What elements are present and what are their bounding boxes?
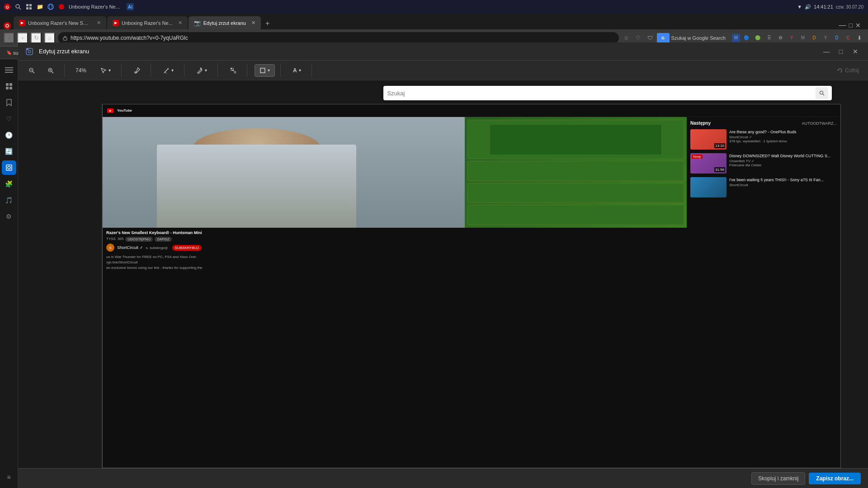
ss-search-submit[interactable]: [816, 87, 828, 99]
ss-minimize-btn[interactable]: —: [821, 46, 832, 57]
sidebar-history[interactable]: 🕐: [2, 128, 16, 142]
ss-inner-next-header: Następny AUTOODTWARZ...: [690, 121, 837, 126]
svg-rect-18: [9, 87, 12, 89]
sidebar-music[interactable]: 🎵: [2, 193, 16, 207]
svg-line-39: [233, 70, 234, 71]
brush-tool[interactable]: ▾: [158, 64, 179, 77]
svg-rect-36: [231, 70, 232, 71]
window-maximize[interactable]: □: [849, 22, 853, 29]
ext-icon-3[interactable]: 🟢: [753, 33, 763, 43]
extensions-grid[interactable]: ⠿: [764, 33, 774, 43]
address-bar[interactable]: https://www.youtube.com/watch?v=0-7yqUaR…: [58, 32, 619, 44]
ss-next-details-1: Are these any good? - OnePlus Buds Short…: [729, 129, 797, 150]
tab-screenshot[interactable]: 📷 Edytuj zrzut ekranu ✕: [189, 16, 261, 29]
ss-search-field[interactable]: [387, 90, 813, 97]
shield-icon[interactable]: 🛡: [645, 33, 655, 43]
ss-inner-save[interactable]: ZAPISZ: [155, 237, 172, 242]
dropper-tool[interactable]: [129, 64, 145, 77]
undo-button[interactable]: Cofnij: [833, 66, 863, 75]
ss-next-item-2[interactable]: 31:56 Nowy Disney DOWNSIZED? Walt Disney…: [690, 153, 837, 174]
ss-next-thumb-2: 31:56 Nowy: [690, 153, 726, 174]
browser-taskbar-icon[interactable]: [47, 3, 54, 10]
file-manager-icon[interactable]: 📁: [36, 3, 43, 10]
sidebar-screenshot[interactable]: [2, 160, 16, 175]
tab-close-1[interactable]: ✕: [97, 20, 101, 26]
ss-inner-share[interactable]: UDOSTĘPNIJ: [125, 237, 153, 242]
ext-icon-6[interactable]: M: [798, 33, 808, 43]
tab-favicon-1: ▶: [19, 20, 25, 26]
ss-maximize-btn[interactable]: □: [835, 46, 846, 57]
save-image-button[interactable]: Zapisz obraz...: [809, 473, 861, 484]
ext-icon-4[interactable]: ⚙: [775, 33, 785, 43]
svg-point-9: [49, 4, 52, 9]
sidebar-settings[interactable]: ⚙: [2, 209, 16, 224]
ss-window-controls: — □ ✕: [821, 46, 861, 57]
opera-tab-icon[interactable]: [58, 3, 65, 10]
svg-rect-16: [9, 83, 12, 86]
ss-inner-autoplay: AUTOODTWARZ...: [802, 121, 837, 126]
pen-tool[interactable]: ▾: [192, 64, 212, 77]
text-tool[interactable]: A ▾: [288, 64, 306, 77]
url-text: https://www.youtube.com/watch?v=0-7yqUaR…: [71, 35, 614, 41]
extensions-icon[interactable]: M: [732, 34, 740, 42]
download-icon[interactable]: ⬇: [854, 33, 864, 43]
search-text: Szukaj w Google Search: [671, 35, 726, 41]
sidebar-menu[interactable]: [2, 63, 16, 77]
taskbar-minimize[interactable]: ▼: [797, 4, 802, 9]
ext-icon-5[interactable]: Y: [787, 33, 797, 43]
ss-inner-subscribe[interactable]: SUBSKRYBUJ: [172, 245, 202, 251]
opera-taskbar-icon[interactable]: O: [4, 3, 11, 10]
tab-youtube-label[interactable]: Unboxing Razer's New Sm...: [69, 4, 123, 9]
window-close[interactable]: ✕: [855, 22, 861, 29]
sidebar-bookmarks[interactable]: [2, 95, 16, 110]
volume-icon[interactable]: 🔊: [805, 4, 811, 10]
tab-youtube-1[interactable]: ▶ Unboxing Razer's New Sm... ✕: [14, 16, 106, 29]
sidebar-extensions[interactable]: 🧩: [2, 177, 16, 191]
tab-close-3[interactable]: ✕: [251, 20, 255, 26]
windows-icon[interactable]: [25, 3, 33, 10]
ext-icon-10[interactable]: C: [843, 33, 853, 43]
home-button[interactable]: ⌂: [44, 33, 55, 43]
ext-icon-7[interactable]: D: [809, 33, 819, 43]
sidebar-bottom: ≡: [2, 470, 16, 484]
svg-line-27: [33, 71, 34, 73]
selection-tool[interactable]: ▾: [95, 64, 116, 77]
zoom-out-tool[interactable]: [24, 64, 40, 77]
svg-line-3: [19, 8, 21, 9]
sidebar-speedial[interactable]: [2, 79, 16, 94]
ext-icon-2[interactable]: 🔵: [741, 33, 751, 43]
ss-close-btn[interactable]: ✕: [850, 46, 861, 57]
ext-icon-9[interactable]: D: [832, 33, 842, 43]
ss-inner-header: ▶ YouTube: [103, 104, 840, 117]
sidebar-sync[interactable]: 🔄: [2, 144, 16, 159]
refresh-button[interactable]: ↻: [31, 33, 42, 43]
ss-toolbar: 74% ▾ ▾: [18, 61, 868, 80]
ss-next-ch-2: Clownfish TV ✓: [729, 159, 831, 163]
ss-next-title-2: Disney DOWNSIZED? Walt Disney World CUTT…: [729, 153, 831, 159]
ss-next-item-1[interactable]: 13:10 Are these any good? - OnePlus Buds…: [690, 129, 837, 150]
ss-inner-logo: ▶: [107, 108, 113, 113]
shape-tool[interactable]: ▾: [255, 64, 275, 77]
window-minimize[interactable]: —: [839, 21, 846, 29]
tab-youtube-2[interactable]: ▶ Unboxing Razer's Ne... ✕: [107, 16, 188, 29]
back-button[interactable]: ‹: [4, 33, 14, 43]
google-search-icon[interactable]: G: [657, 33, 670, 43]
new-tab-button[interactable]: +: [262, 18, 273, 29]
zoom-in-tool[interactable]: [42, 64, 59, 77]
forward-button[interactable]: ›: [17, 33, 28, 43]
search-taskbar-icon[interactable]: [14, 3, 22, 10]
bookmark-icon[interactable]: ☆: [622, 33, 632, 43]
sidebar-bottom-btn[interactable]: ≡: [2, 470, 16, 484]
sidebar-heart[interactable]: ♡: [2, 112, 16, 126]
copy-close-button[interactable]: Skopiuj i zamknij: [751, 472, 805, 485]
heartmark-icon[interactable]: ♡: [633, 33, 643, 43]
pixelate-tool[interactable]: [225, 64, 241, 77]
ai-icon[interactable]: Ai: [127, 3, 134, 10]
tab-close-2[interactable]: ✕: [178, 20, 182, 26]
ss-inner-sidebar: Następny AUTOODTWARZ... 13:10 Are these …: [687, 117, 840, 468]
tab-favicon-2: ▶: [113, 20, 119, 26]
ext-icon-8[interactable]: Y: [821, 33, 830, 43]
ss-next-item-3[interactable]: I've been waiting 5 years THIS!! - Sony …: [690, 177, 837, 197]
ss-inner-avatar: S: [106, 244, 114, 252]
ss-inner-info: Razer's New Smallest Keyboard! - Huntsma…: [103, 228, 687, 273]
